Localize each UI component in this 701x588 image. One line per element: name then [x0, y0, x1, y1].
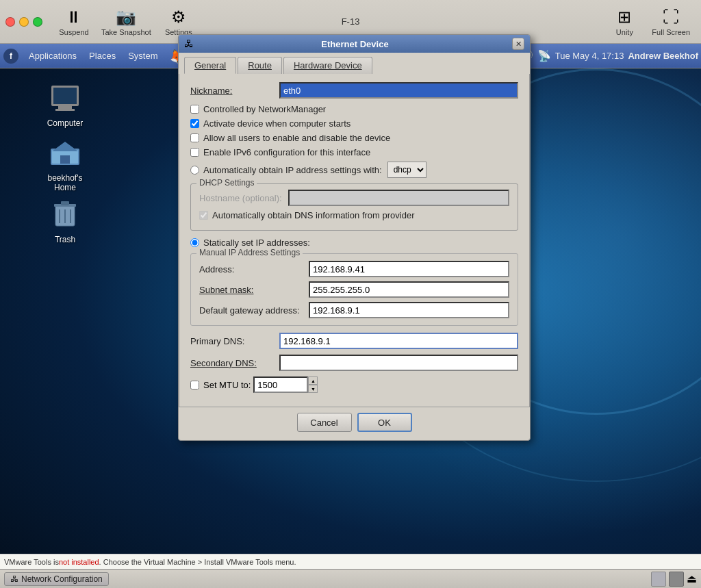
primary-dns-row: Primary DNS:	[190, 333, 518, 349]
toolbar-right: ⊞ Unity ⛶ Full Screen	[604, 5, 696, 39]
dhcp-dropdown[interactable]: dhcp	[387, 162, 426, 178]
address-input[interactable]	[309, 261, 509, 277]
dhcp-settings-group: DHCP Settings Hostname (optional): Autom…	[190, 183, 518, 231]
mtu-input[interactable]	[253, 376, 308, 393]
network-status-icon[interactable]: 📡	[537, 49, 551, 62]
nickname-row: Nickname:	[190, 82, 518, 99]
enable-ipv6-row: Enable IPv6 configuration for this inter…	[190, 147, 518, 157]
snapshot-label: Take Snapshot	[101, 28, 151, 36]
fullscreen-button[interactable]: ⛶ Full Screen	[646, 5, 696, 39]
mtu-up-button[interactable]: ▲	[308, 376, 318, 385]
auto-obtain-ip-row: Automatically obtain IP address settings…	[190, 162, 518, 178]
datetime-label: Tue May 4, 17:13	[555, 51, 624, 61]
static-ip-row: Statically set IP addresses:	[190, 238, 518, 248]
ethernet-device-dialog: 🖧 Ethernet Device ✕ General Route Hardwa…	[178, 34, 531, 441]
applications-menu[interactable]: Applications	[23, 48, 82, 64]
auto-dns-row: Automatically obtain DNS information fro…	[199, 210, 509, 220]
computer-icon	[51, 86, 79, 111]
hostname-label: Hostname (optional):	[199, 193, 288, 203]
set-mtu-label: Set MTU to:	[203, 380, 251, 390]
dialog-title: Ethernet Device	[198, 39, 512, 49]
ok-button[interactable]: OK	[357, 413, 412, 432]
activate-on-start-checkbox[interactable]	[190, 119, 199, 128]
primary-dns-label: Primary DNS:	[190, 336, 279, 346]
dialog-close-button[interactable]: ✕	[512, 38, 524, 50]
secondary-dns-row: Secondary DNS:	[190, 355, 518, 371]
network-config-taskitem[interactable]: 🖧 Network Configuration	[4, 572, 109, 586]
cancel-button[interactable]: Cancel	[297, 413, 352, 432]
controlled-by-nm-checkbox[interactable]	[190, 105, 199, 114]
svg-marker-2	[52, 142, 78, 151]
allow-all-users-checkbox[interactable]	[190, 133, 199, 142]
controlled-by-nm-row: Controlled by NetworkManager	[190, 104, 518, 114]
eject-icon[interactable]: ⏏	[687, 572, 697, 585]
nickname-input[interactable]	[279, 82, 518, 99]
secondary-dns-label: Secondary DNS:	[190, 358, 279, 368]
menubar-right: 🖥 🔊 📡 Tue May 4, 17:13 Andrew Beekhof	[505, 49, 698, 62]
camera-icon: 📷	[116, 8, 136, 27]
home-folder-icon	[51, 140, 79, 165]
manual-ip-group: Manual IP Address Settings Address: Subn…	[190, 253, 518, 326]
enable-ipv6-label: Enable IPv6 configuration for this inter…	[203, 147, 370, 157]
auto-dns-checkbox[interactable]	[199, 211, 208, 220]
unity-icon: ⊞	[617, 8, 631, 27]
suspend-label: Suspend	[59, 28, 88, 36]
mtu-down-button[interactable]: ▼	[308, 385, 318, 393]
vmware-not-installed: not installed	[59, 558, 99, 566]
enable-ipv6-checkbox[interactable]	[190, 148, 199, 157]
default-gateway-label: Default gateway address:	[199, 305, 309, 316]
nickname-label: Nickname:	[190, 86, 279, 96]
activate-on-start-label: Activate device when computer starts	[203, 118, 350, 129]
svg-rect-6	[61, 201, 69, 205]
address-label: Address:	[199, 264, 309, 274]
network-dialog-icon: 🖧	[184, 38, 194, 49]
fullscreen-icon: ⛶	[663, 8, 679, 27]
address-row: Address:	[199, 261, 509, 277]
suspend-icon: ⏸	[66, 8, 82, 27]
hostname-input[interactable]	[288, 190, 509, 206]
auto-dns-label: Automatically obtain DNS information fro…	[212, 210, 415, 220]
suspend-button[interactable]: ⏸ Suspend	[53, 5, 94, 39]
places-menu[interactable]: Places	[84, 48, 121, 64]
fullscreen-label: Full Screen	[652, 28, 690, 36]
subnet-mask-row: Subnet mask:	[199, 281, 509, 298]
default-gateway-input[interactable]	[309, 302, 509, 318]
controlled-by-nm-label: Controlled by NetworkManager	[203, 104, 326, 114]
taskbar-right: ⏏	[651, 572, 697, 587]
settings-icon: ⚙	[171, 8, 186, 27]
close-window-button[interactable]	[5, 17, 15, 27]
system-menu[interactable]: System	[123, 48, 163, 64]
default-gateway-row: Default gateway address:	[199, 302, 509, 318]
tab-route[interactable]: Route	[238, 57, 282, 74]
workspace-switcher-2[interactable]	[669, 572, 684, 587]
primary-dns-input[interactable]	[279, 333, 518, 349]
desktop-icon-computer[interactable]: Computer	[38, 79, 92, 132]
desktop-icon-home[interactable]: beekhof's Home	[38, 133, 92, 196]
tab-hardware-device[interactable]: Hardware Device	[283, 57, 372, 74]
maximize-window-button[interactable]	[33, 17, 42, 27]
allow-all-users-label: Allow all users to enable and disable th…	[203, 133, 390, 143]
unity-button[interactable]: ⊞ Unity	[604, 5, 645, 39]
dhcp-select: dhcp	[387, 162, 426, 178]
minimize-window-button[interactable]	[19, 17, 29, 27]
desktop: ⏸ Suspend 📷 Take Snapshot ⚙ Settings F-1…	[0, 0, 701, 588]
hostname-row: Hostname (optional):	[199, 190, 509, 206]
tab-general[interactable]: General	[184, 57, 236, 74]
manual-ip-title: Manual IP Address Settings	[196, 248, 303, 257]
workspace-switcher-1[interactable]	[651, 572, 666, 587]
allow-all-users-row: Allow all users to enable and disable th…	[190, 133, 518, 143]
subnet-mask-label: Subnet mask:	[199, 285, 309, 295]
svg-rect-3	[60, 155, 70, 164]
take-snapshot-button[interactable]: 📷 Take Snapshot	[96, 5, 157, 39]
static-ip-radio[interactable]	[190, 238, 199, 247]
fedora-logo[interactable]: f	[3, 48, 19, 64]
set-mtu-checkbox[interactable]	[190, 381, 199, 389]
secondary-dns-input[interactable]	[279, 355, 518, 371]
vmware-bar: VMware Tools is not installed . Choose t…	[0, 554, 701, 569]
dialog-titlebar: 🖧 Ethernet Device ✕	[179, 35, 530, 53]
desktop-icon-trash[interactable]: Trash	[38, 195, 92, 248]
auto-obtain-ip-radio[interactable]	[190, 166, 199, 175]
dialog-buttons: Cancel OK	[179, 407, 530, 440]
subnet-mask-input[interactable]	[309, 281, 509, 298]
tab-bar: General Route Hardware Device	[179, 53, 530, 74]
